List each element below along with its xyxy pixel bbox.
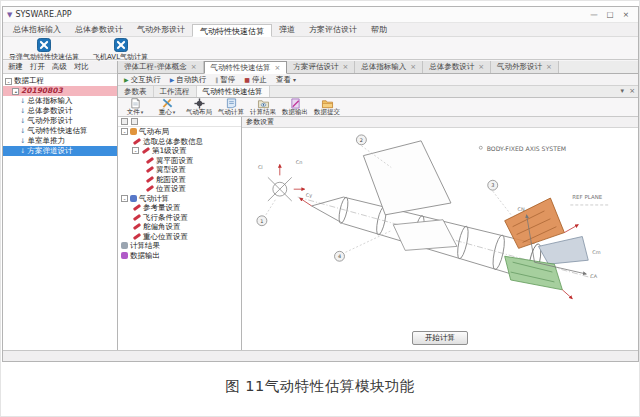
ribbon-tab-trajectory[interactable]: 弹道 [272,23,302,36]
maximize-button[interactable]: □ [602,10,618,19]
fin-cross-section-sketch [268,165,305,202]
tab-close-icon[interactable]: × [191,63,197,71]
tree-node-overall-index-input[interactable]: ↓ 总体指标输入 [3,96,117,106]
setting-node-airfoil[interactable]: 翼型设置 [118,165,241,175]
project-toolbar: 新建 打开 高级 对比 [3,61,117,74]
missile-aero-quick-estimation-button[interactable]: 导弹气动特性快速估算 [7,37,81,62]
tab-parameter-table[interactable]: 参数表 [118,86,154,97]
collapse-toggle-icon[interactable]: - [12,88,19,95]
setting-node-wing-planform[interactable]: 翼平面设置 [118,156,241,166]
setting-node-control-surface[interactable]: 舵面设置 [118,175,241,185]
tree-node-aero-quick-estimation[interactable]: ↓ 气动特性快速估算 [3,126,117,136]
marker-1: 1 [260,218,263,224]
collapse-toggle-icon[interactable]: - [121,128,128,135]
settings-tree-toolbar [118,117,241,127]
tree-node-label: 总体参数设计 [27,106,72,116]
tab-close-icon[interactable]: × [275,64,281,72]
ribbon-tab-overall-parameter-design[interactable]: 总体参数设计 [68,23,130,36]
doc-tab-label: 气动外形设计 [497,62,542,72]
setting-node-aero-layout[interactable]: - 气动布局 [118,127,241,137]
data-submit-button[interactable]: 数据提交 [313,98,341,116]
ribbon-tab-help[interactable]: 帮助 [364,23,394,36]
tree-node-overall-parameter-design[interactable]: ↓ 总体参数设计 [3,106,117,116]
tree-node-single-chamber-thrust[interactable]: ↓ 单室单推力 [3,136,117,146]
collapse-toggle-icon[interactable]: - [5,78,12,85]
module-arrow-icon: ↓ [20,136,25,146]
ribbon-tab-scheme-evaluation[interactable]: 方案评估设计 [302,23,364,36]
pin-pane-icon[interactable]: ▾ [621,87,625,95]
document-area: 弹体工程-弹体概念 × 气动特性快速估算 × 方案评估设计 × 总体指标输入 × [118,61,638,350]
tab-close-icon[interactable]: × [410,63,416,71]
module-arrow-icon: ↓ [20,96,25,106]
tree-node-label: 单室单推力 [27,136,65,146]
setting-node-aero-calculation[interactable]: - 气动计算 [118,194,241,204]
ribbon-tab-aero-quick-estimation[interactable]: 气动特性快速估算 [192,24,272,37]
tab-close-icon[interactable]: × [478,63,484,71]
minimize-button[interactable]: — [586,10,602,19]
setting-node-flight-conditions[interactable]: 飞行条件设置 [118,213,241,223]
app-logo-icon: ▼ [7,11,12,19]
setting-node-cg-position[interactable]: 重心位置设置 [118,232,241,242]
center-of-gravity-button[interactable]: 重心▾ [153,98,181,116]
aircraft-avl-calculation-button[interactable]: 飞机AVL气动计算 [91,37,150,62]
stop-button[interactable]: ■ 停止 [244,75,267,85]
window-title: SYSWARE.APP [15,10,71,19]
auto-run-button[interactable]: ▶ 自动执行 [170,75,207,85]
collapse-toggle-icon[interactable]: - [132,147,139,154]
ribbon-tab-aero-shape-design[interactable]: 气动外形设计 [130,23,192,36]
aero-layout-button[interactable]: 气动布局 [185,98,213,116]
setting-node-label: 计算结果 [130,241,160,251]
tree-node-project-20190803[interactable]: - 20190803 [3,86,117,96]
view-dropdown-button[interactable]: 查看 ▾ [276,75,296,85]
interactive-run-button[interactable]: ▶ 交互执行 [124,75,161,85]
setting-node-calculation-results[interactable]: 计算结果 [118,241,241,251]
edit-pencil-icon [146,166,154,173]
parameter-panel-header: 参数设置 [242,117,638,128]
tree-node-aero-shape-design[interactable]: ↓ 气动外形设计 [3,116,117,126]
close-pane-icon[interactable]: × [629,87,635,95]
app-window: ▼ SYSWARE.APP — □ × 总体指标输入 总体参数设计 气动外形设计… [2,6,639,362]
exec-label: 停止 [252,75,267,85]
collapse-toggle-icon[interactable]: - [121,195,128,202]
results-node-icon [121,242,128,249]
tab-aero-quick-estimation-settings[interactable]: 气动特性快速估算 [197,86,270,97]
tree-node-data-project[interactable]: - 数据工程 [3,76,117,86]
doc-tab-overall-parameter-design[interactable]: 总体参数设计 × [423,61,491,73]
tab-close-icon[interactable]: × [342,63,348,71]
marker-2: 2 [360,137,363,143]
setting-node-select-overall-params[interactable]: 选取总体参数信息 [118,137,241,147]
edit-pencil-icon [133,204,141,211]
doc-tab-aero-quick-estimation[interactable]: 气动特性快速估算 × [204,61,288,74]
data-output-button[interactable]: 数据输出 [281,98,309,116]
tree-node-scheme-trajectory-design[interactable]: ↓ 方案弹道设计 [3,146,117,156]
edit-pencil-icon [142,147,150,154]
start-calculation-button[interactable]: 开始计算 [412,331,468,345]
new-button[interactable]: 新建 [5,62,26,72]
setting-node-deflection-angle[interactable]: 舵偏角设置 [118,222,241,232]
advanced-button[interactable]: 高级 [49,62,70,72]
setting-node-stage1-settings[interactable]: - 第1级设置 [118,146,241,156]
swap-view-icon[interactable] [131,118,138,125]
close-button[interactable]: × [618,10,634,19]
setting-node-reference-quantities[interactable]: 参考量设置 [118,203,241,213]
doc-tab-body-project[interactable]: 弹体工程-弹体概念 × [118,61,204,73]
setting-node-position[interactable]: 位置设置 [118,184,241,194]
calculation-results-button[interactable]: 计算结果 [249,98,277,116]
marker-4: 4 [338,253,341,259]
chevron-down-icon: ▾ [293,76,296,83]
coef-label-cn: CN [518,206,525,212]
doc-tab-scheme-evaluation[interactable]: 方案评估设计 × [287,61,355,73]
compare-button[interactable]: 对比 [71,62,92,72]
grid-view-icon[interactable] [121,118,128,125]
setting-node-data-output[interactable]: 数据输出 [118,251,241,261]
tab-close-icon[interactable]: × [546,63,552,71]
ribbon-tab-overall-index-input[interactable]: 总体指标输入 [6,23,68,36]
aero-calculation-button[interactable]: 气动计算 [217,98,245,116]
file-button[interactable]: 文件▾ [121,98,149,116]
doc-tab-overall-index-input[interactable]: 总体指标输入 × [355,61,423,73]
open-button[interactable]: 打开 [27,62,48,72]
tab-workflow[interactable]: 工作流程 [154,86,197,97]
doc-tab-aero-shape-design[interactable]: 气动外形设计 × [491,61,559,73]
pause-button[interactable]: ∥ 暂停 [215,75,235,85]
window-controls: — □ × [586,10,634,19]
